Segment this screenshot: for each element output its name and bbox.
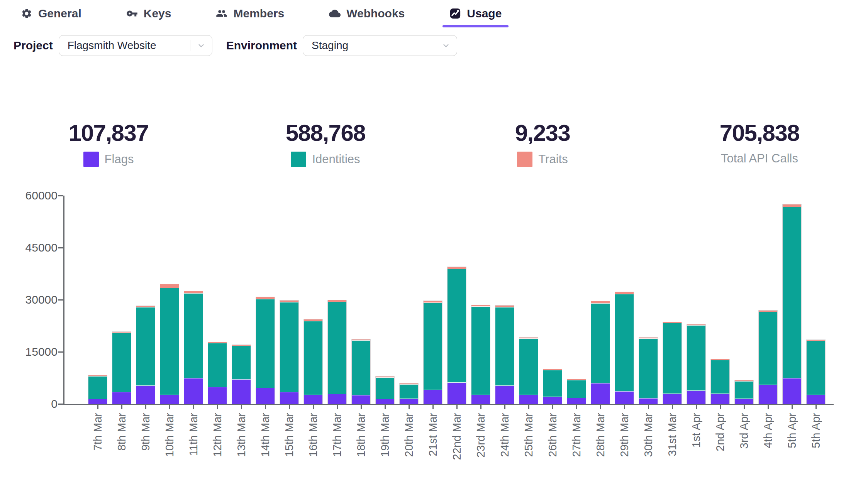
bar-24th-mar[interactable] [495,306,514,404]
environment-label: Environment [226,39,297,52]
y-axis-tick [58,299,63,301]
identities-segment [543,370,562,397]
x-axis-tick-label: 21st Mar [427,413,439,456]
bar-27th-mar[interactable] [567,379,586,404]
stat-identities: 588,768Identities [217,121,434,167]
x-axis-tick-label: 1st Apr [691,413,702,448]
identities-segment [208,343,227,387]
bar-30th-mar[interactable] [639,338,658,404]
environment-select[interactable]: Staging [303,35,457,56]
flags-segment [424,390,442,404]
bar-8th-mar[interactable] [112,332,131,404]
bar-14th-mar[interactable] [256,297,275,404]
flags-segment [543,397,562,404]
x-axis-tick [576,405,577,409]
bar-12th-mar[interactable] [208,342,227,404]
tab-general[interactable]: General [21,7,81,20]
flags-segment [232,380,251,404]
bar-17th-mar[interactable] [328,300,346,404]
x-axis-tick-label: 17th Mar [332,413,343,457]
flags-segment [783,378,801,404]
y-axis-tick-label: 0 [51,398,58,410]
x-axis-category: 7th Mar [88,405,107,460]
flags-segment [256,388,275,404]
x-axis-tick-label: 23rd Mar [475,413,487,458]
x-axis-tick-label: 25th Mar [523,413,534,457]
bar-18th-mar[interactable] [352,339,370,404]
bar-26th-mar[interactable] [543,369,562,404]
x-axis-category: 19th Mar [376,405,394,460]
tab-webhooks[interactable]: Webhooks [329,7,405,20]
identities-segment [424,303,442,390]
tab-keys[interactable]: Keys [126,7,171,20]
chevron-down-icon[interactable] [190,41,212,51]
bar-21st-mar[interactable] [424,301,442,404]
bar-15th-mar[interactable] [280,301,298,404]
x-axis-category: 17th Mar [328,405,346,460]
bar-28th-mar[interactable] [591,301,610,404]
bar-5th-apr[interactable] [783,204,801,404]
x-axis-category: 9th Mar [136,405,155,460]
identities-segment [471,307,490,395]
legend-swatch [291,152,306,167]
bar-2nd-apr[interactable] [711,359,729,404]
bar-7th-mar[interactable] [88,375,107,404]
x-axis-category: 22nd Mar [448,405,466,460]
y-axis-tick-label: 15000 [25,346,58,358]
filters-row: Project Flagsmith Website Environment St… [14,35,868,56]
flags-segment [759,385,777,404]
x-axis-tick-label: 20th Mar [403,413,415,457]
bar-19th-mar[interactable] [376,377,394,404]
tab-members[interactable]: Members [216,7,284,20]
members-icon [216,8,227,19]
x-axis-tick [792,405,793,409]
bar-13th-mar[interactable] [232,345,251,404]
flags-segment [328,394,346,404]
bar-29th-mar[interactable] [615,292,634,404]
x-axis-tick [289,405,290,409]
chart-x-axis-labels: 7th Mar8th Mar9th Mar10th Mar11th Mar12t… [64,405,868,460]
x-axis-tick-label: 8th Mar [116,413,127,451]
stat-traits: 9,233Traits [434,121,651,167]
flags-segment [591,383,610,404]
identities-segment [136,307,155,386]
identities-segment [687,326,705,391]
x-axis-tick-label: 27th Mar [571,413,582,457]
bar-22nd-mar[interactable] [448,267,466,404]
stat-label: Traits [538,152,568,166]
x-axis-tick-label: 11th Mar [188,413,199,456]
tab-label: Keys [144,7,171,20]
identities-segment [615,294,634,392]
x-axis-category: 5th Apr [807,405,825,460]
bar-25th-mar[interactable] [519,338,538,404]
x-axis-category: 30th Mar [639,405,658,460]
flags-segment [184,378,203,404]
tab-label: Usage [467,7,502,20]
stat-label: Total API Calls [721,152,798,166]
bar-9th-mar[interactable] [136,306,155,404]
identities-segment [639,339,658,399]
y-axis-tick-label: 60000 [25,190,58,201]
bar-11th-mar[interactable] [184,291,203,404]
usage-chart-icon [449,8,461,19]
project-select[interactable]: Flagsmith Website [59,35,212,56]
x-axis-tick [768,405,769,409]
bar-10th-mar[interactable] [160,284,179,404]
bar-23rd-mar[interactable] [471,305,490,404]
flags-segment [495,386,514,404]
bar-4th-apr[interactable] [759,311,777,404]
chevron-down-icon[interactable] [435,41,457,51]
x-axis-category: 13th Mar [232,405,251,460]
bar-1st-apr[interactable] [687,324,705,404]
traits-segment [160,284,179,288]
bar-5th-apr[interactable] [807,340,825,404]
bar-16th-mar[interactable] [304,319,322,404]
flags-segment [448,383,466,404]
bar-31st-mar[interactable] [663,322,682,404]
x-axis-tick [480,405,481,409]
flags-segment [687,391,705,404]
tab-usage[interactable]: Usage [449,7,502,27]
chart-plot-area: 015000300004500060000 [63,196,834,405]
bar-3rd-apr[interactable] [735,380,753,404]
bar-20th-mar[interactable] [400,383,418,404]
